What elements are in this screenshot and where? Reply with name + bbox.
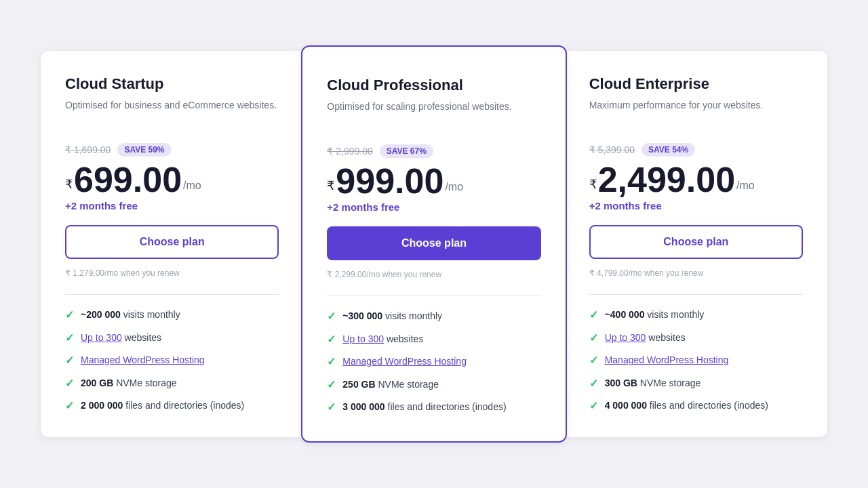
divider bbox=[589, 294, 803, 295]
price-main: 2,499.00 bbox=[598, 162, 735, 197]
feature-text: 300 GB NVMe storage bbox=[605, 377, 701, 390]
renew-price: ₹ 2,299.00/mo when you renew bbox=[327, 270, 540, 279]
feature-text: 250 GB NVMe storage bbox=[342, 378, 439, 392]
feature-item: ✓ 3 000 000 files and directories (inode… bbox=[327, 401, 540, 414]
feature-list: ✓ ~200 000 visits monthly ✓ Up to 300 we… bbox=[65, 308, 279, 413]
choose-plan-button[interactable]: Choose plan bbox=[589, 225, 803, 259]
feature-item: ✓ 200 GB NVMe storage bbox=[65, 377, 279, 390]
plan-name: Cloud Enterprise bbox=[589, 75, 803, 93]
original-pricing: ₹ 2,999.00 SAVE 67% bbox=[327, 144, 540, 158]
check-icon: ✓ bbox=[65, 399, 74, 412]
save-badge: SAVE 67% bbox=[380, 144, 433, 158]
feature-item: ✓ Managed WordPress Hosting bbox=[65, 354, 279, 367]
months-free: +2 months free bbox=[65, 200, 279, 211]
feature-link[interactable]: Managed WordPress Hosting bbox=[81, 354, 205, 365]
feature-text: Managed WordPress Hosting bbox=[605, 354, 729, 367]
feature-link[interactable]: Managed WordPress Hosting bbox=[342, 356, 467, 367]
original-price: ₹ 5,399.00 bbox=[589, 144, 635, 155]
feature-list: ✓ ~300 000 visits monthly ✓ Up to 300 we… bbox=[327, 310, 540, 414]
check-icon: ✓ bbox=[65, 331, 74, 344]
check-icon: ✓ bbox=[589, 331, 598, 344]
feature-text: Managed WordPress Hosting bbox=[81, 354, 205, 367]
feature-link[interactable]: Up to 300 bbox=[81, 332, 122, 343]
price-row: ₹ 2,499.00 /mo bbox=[589, 162, 803, 197]
feature-item: ✓ 4 000 000 files and directories (inode… bbox=[589, 399, 803, 413]
currency-symbol: ₹ bbox=[589, 177, 597, 192]
feature-text: ~400 000 visits monthly bbox=[605, 308, 705, 322]
choose-plan-button[interactable]: Choose plan bbox=[327, 226, 540, 260]
original-pricing: ₹ 5,399.00 SAVE 54% bbox=[589, 143, 803, 157]
feature-item: ✓ 2 000 000 files and directories (inode… bbox=[65, 399, 279, 413]
check-icon: ✓ bbox=[327, 310, 336, 323]
save-badge: SAVE 59% bbox=[117, 143, 171, 157]
feature-text: Managed WordPress Hosting bbox=[342, 355, 467, 369]
feature-text: Up to 300 websites bbox=[81, 331, 161, 345]
plan-description: Optimised for scaling professional websi… bbox=[327, 101, 540, 128]
feature-link[interactable]: Up to 300 bbox=[605, 332, 646, 343]
check-icon: ✓ bbox=[589, 308, 598, 321]
feature-item: ✓ 300 GB NVMe storage bbox=[589, 377, 803, 390]
choose-plan-button[interactable]: Choose plan bbox=[65, 225, 279, 259]
price-main: 999.00 bbox=[336, 163, 443, 199]
check-icon: ✓ bbox=[327, 378, 336, 391]
currency-symbol: ₹ bbox=[65, 177, 73, 192]
plan-name: Cloud Professional bbox=[327, 77, 540, 94]
months-free: +2 months free bbox=[589, 200, 803, 211]
pricing-card-enterprise: Cloud Enterprise Maximum performance for… bbox=[565, 51, 827, 437]
feature-text: 4 000 000 files and directories (inodes) bbox=[605, 399, 768, 413]
feature-text: 3 000 000 files and directories (inodes) bbox=[342, 401, 506, 414]
renew-price: ₹ 4,799.00/mo when you renew bbox=[589, 268, 803, 278]
check-icon: ✓ bbox=[327, 355, 336, 368]
feature-link[interactable]: Managed WordPress Hosting bbox=[605, 354, 729, 365]
check-icon: ✓ bbox=[589, 399, 598, 412]
feature-item: ✓ Up to 300 websites bbox=[327, 333, 540, 346]
save-badge: SAVE 54% bbox=[642, 143, 695, 157]
price-row: ₹ 699.00 /mo bbox=[65, 162, 279, 197]
check-icon: ✓ bbox=[327, 333, 336, 346]
pricing-card-startup: Cloud Startup Optimised for business and… bbox=[41, 51, 303, 437]
feature-text: 2 000 000 files and directories (inodes) bbox=[81, 399, 244, 413]
divider bbox=[327, 296, 540, 296]
feature-text: Up to 300 websites bbox=[342, 333, 423, 346]
check-icon: ✓ bbox=[65, 377, 74, 390]
currency-symbol: ₹ bbox=[327, 178, 334, 193]
pricing-card-professional: Cloud Professional Optimised for scaling… bbox=[301, 45, 566, 443]
original-pricing: ₹ 1,699.00 SAVE 59% bbox=[65, 143, 279, 157]
price-period: /mo bbox=[445, 181, 463, 193]
renew-price: ₹ 1,279.00/mo when you renew bbox=[65, 268, 279, 278]
plan-name: Cloud Startup bbox=[65, 75, 279, 93]
price-row: ₹ 999.00 /mo bbox=[327, 163, 540, 199]
feature-item: ✓ ~400 000 visits monthly bbox=[589, 308, 803, 322]
feature-item: ✓ Managed WordPress Hosting bbox=[327, 355, 540, 369]
check-icon: ✓ bbox=[589, 377, 598, 390]
feature-item: ✓ ~300 000 visits monthly bbox=[327, 310, 540, 323]
feature-item: ✓ Managed WordPress Hosting bbox=[589, 354, 803, 367]
feature-item: ✓ ~200 000 visits monthly bbox=[65, 308, 279, 322]
original-price: ₹ 1,699.00 bbox=[65, 144, 111, 155]
feature-text: Up to 300 websites bbox=[605, 331, 686, 345]
price-period: /mo bbox=[183, 180, 201, 192]
feature-item: ✓ Up to 300 websites bbox=[65, 331, 279, 345]
pricing-section: Cloud Startup Optimised for business and… bbox=[0, 37, 868, 451]
feature-item: ✓ 250 GB NVMe storage bbox=[327, 378, 540, 392]
price-main: 699.00 bbox=[74, 162, 182, 197]
divider bbox=[65, 294, 279, 295]
feature-list: ✓ ~400 000 visits monthly ✓ Up to 300 we… bbox=[589, 308, 803, 413]
price-period: /mo bbox=[736, 180, 755, 192]
plan-description: Maximum performance for your websites. bbox=[589, 100, 803, 127]
check-icon: ✓ bbox=[65, 354, 74, 367]
check-icon: ✓ bbox=[589, 354, 598, 367]
feature-link[interactable]: Up to 300 bbox=[342, 333, 384, 344]
feature-text: ~300 000 visits monthly bbox=[342, 310, 442, 323]
original-price: ₹ 2,999.00 bbox=[327, 146, 372, 157]
feature-text: ~200 000 visits monthly bbox=[81, 308, 180, 322]
months-free: +2 months free bbox=[327, 201, 540, 213]
check-icon: ✓ bbox=[327, 401, 336, 413]
feature-text: 200 GB NVMe storage bbox=[81, 377, 177, 390]
feature-item: ✓ Up to 300 websites bbox=[589, 331, 803, 345]
check-icon: ✓ bbox=[65, 308, 74, 321]
plan-description: Optimised for business and eCommerce web… bbox=[65, 100, 279, 127]
